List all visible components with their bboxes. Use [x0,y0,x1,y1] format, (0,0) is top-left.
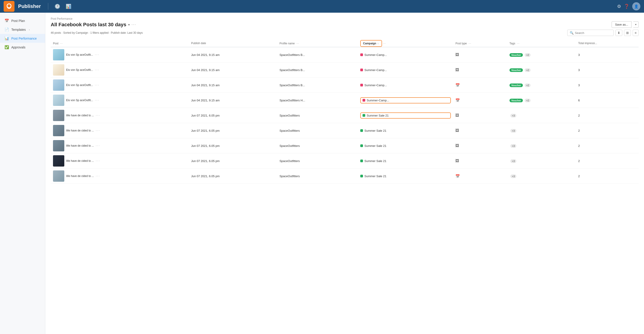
post-more-icon[interactable]: ··· [96,113,100,117]
post-plan-icon: 📅 [4,18,9,23]
campaign-name: Summer Sale 21 [364,129,386,132]
tag-plus[interactable]: +3 [510,144,516,148]
post-more-icon[interactable]: ··· [96,174,100,178]
filter-button[interactable]: ≡ [633,30,638,36]
tag-badge[interactable]: Voucher [510,68,523,72]
sidebar-item-label: Templates [11,28,26,31]
post-cell: We have de cided to ... ··· [51,123,189,138]
columns-button[interactable]: ⊞ [624,30,631,36]
tag-badge[interactable]: Voucher [510,99,523,102]
breadcrumb: Post Performance [51,17,638,20]
tag-plus[interactable]: +3 [510,129,516,133]
publish-date-cell: Jun 07 2021, 6.05 pm [189,108,277,123]
table-row: We have de cided to ... ··· Jun 07 2021,… [51,169,638,184]
col-post-label: Post [53,42,58,45]
tag-plus[interactable]: +2 [525,83,531,87]
tags-cell: Voucher +2 [507,62,576,78]
page-title-more-icon[interactable]: ··· [132,22,136,27]
col-post: Post ··· [51,40,189,47]
schedule-icon[interactable]: 🕐 [54,3,61,10]
post-type-icon: 📅 [455,83,460,87]
col-campaign-highlighted[interactable]: Campaign ↑ [360,40,382,47]
tag-plus[interactable]: +3 [510,114,516,117]
app-logo[interactable] [4,1,14,12]
tag-plus[interactable]: +3 [510,174,516,178]
impressions-value: 2 [578,174,580,178]
sidebar-item-templates[interactable]: 📄 Templates › [0,25,45,34]
save-as-dropdown-button[interactable]: ▾ [633,21,638,28]
post-thumbnail [53,170,64,182]
campaign-icon [360,175,363,177]
main-content: Post Performance All Facebook Posts last… [45,13,644,334]
col-tags: Tags ··· [507,40,576,47]
chart-icon[interactable]: 📊 [65,3,72,10]
post-thumbnail [53,49,64,60]
col-campaign: Campaign ↑ ··· [358,40,453,47]
tag-badge[interactable]: Voucher [510,53,523,57]
tags-cell: Voucher +2 [507,47,576,62]
settings-icon[interactable]: ⚙ [617,3,621,9]
tag-badge[interactable]: Voucher [510,83,523,87]
templates-arrow: › [29,28,30,31]
post-type-cell: 🖼 [453,138,507,153]
col-profile-more[interactable]: ··· [296,41,299,45]
post-type-cell: 🖼 [453,62,507,78]
profile-name-cell: SpaceOutfitters [277,108,358,123]
post-more-icon[interactable]: ··· [95,83,99,87]
table-row: Eis von Sp aceOutfit... ··· Jun 04 2021,… [51,62,638,78]
tag-plus[interactable]: +3 [510,159,516,163]
post-cell: Eis von Sp aceOutfit... ··· [51,93,189,108]
impressions-cell: 2 [576,138,638,153]
profile-name-cell: SpaceOutfitters B... [277,47,358,62]
nav-divider [48,3,48,10]
post-text: Eis von Sp aceOutfit... [66,68,93,72]
table-row: We have de cided to ... ··· Jun 07 2021,… [51,123,638,138]
table-row: Eis von Sp aceOutfit... ··· Jun 04 2021,… [51,78,638,93]
impressions-cell: 2 [576,169,638,184]
download-button[interactable]: ⬇ [616,30,622,36]
post-cell: Eis von Sp aceOutfit... ··· [51,47,189,62]
search-input[interactable] [575,31,611,35]
avatar[interactable]: 👤 [632,2,640,10]
post-more-icon[interactable]: ··· [96,159,100,163]
post-more-icon[interactable]: ··· [96,144,100,148]
col-post-more[interactable]: ··· [60,41,63,45]
col-campaign-more[interactable]: ··· [383,41,386,45]
col-post-type-more[interactable]: ··· [468,41,471,45]
tag-plus[interactable]: +2 [525,68,531,72]
campaign-icon [360,84,363,86]
page-header-row: All Facebook Posts last 30 days ▾ ··· Sa… [51,21,638,28]
table-body: Eis von Sp aceOutfit... ··· Jun 04 2021,… [51,47,638,184]
campaign-cell: Summer Sale 21 [358,108,453,123]
publish-date-cell: Jun 04 2021, 9.15 am [189,47,277,62]
col-campaign-sort-icon: ↑ [378,42,379,45]
impressions-cell: 2 [576,123,638,138]
tag-plus[interactable]: +2 [525,99,531,102]
post-more-icon[interactable]: ··· [95,98,99,102]
page-title: All Facebook Posts last 30 days [51,22,126,28]
help-icon[interactable]: ❓ [624,3,630,9]
impressions-value: 2 [578,114,580,117]
post-text: Eis von Sp aceOutfit... [66,98,93,102]
post-more-icon[interactable]: ··· [95,53,99,57]
campaign-cell: Summer-Camp... [358,93,453,108]
sidebar-item-label: Approvals [11,45,25,49]
post-type-cell: 📅 [453,169,507,184]
profile-name-cell: SpaceOutfitters B... [277,62,358,78]
post-more-icon[interactable]: ··· [95,68,99,72]
sidebar-item-post-performance[interactable]: 📊 Post Performance [0,34,45,43]
tag-plus[interactable]: +2 [525,53,531,57]
impressions-value: 3 [578,68,580,72]
col-publish-date-label: Publish date [191,42,206,45]
col-tags-more[interactable]: ··· [517,41,520,45]
publish-date-cell: Jun 07 2021, 6.05 pm [189,153,277,169]
save-as-button[interactable]: Save as... [612,21,632,28]
sidebar-item-post-plan[interactable]: 📅 Post Plan [0,16,45,25]
sidebar-item-approvals[interactable]: ✅ Approvals [0,43,45,52]
table-row: Eis von Sp aceOutfit... ··· Jun 04 2021,… [51,47,638,62]
publish-date-cell: Jun 07 2021, 6.05 pm [189,169,277,184]
page-title-dropdown-icon[interactable]: ▾ [128,23,130,26]
post-more-icon[interactable]: ··· [96,129,100,133]
campaign-icon [360,144,363,147]
approvals-icon: ✅ [4,45,9,49]
